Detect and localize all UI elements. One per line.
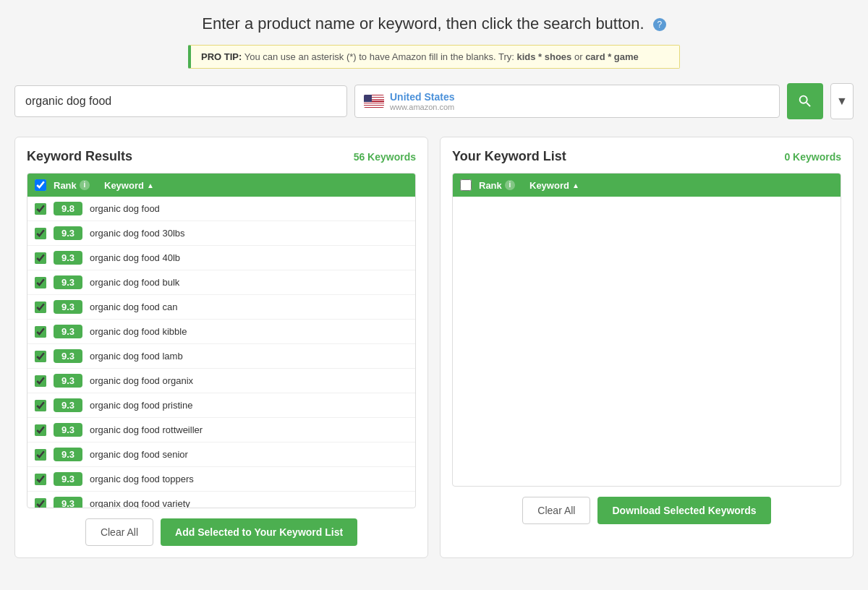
pro-tip-or: or	[574, 51, 585, 62]
row-checkbox[interactable]	[35, 498, 46, 508]
keyword-text: organic dog food rottweiller	[90, 424, 408, 435]
rank-badge: 9.3	[54, 374, 82, 388]
keyword-text: organic dog food kibble	[90, 326, 408, 337]
row-checkbox[interactable]	[35, 351, 46, 362]
left-keyword-list: 9.8 organic dog food 9.3 organic dog foo…	[27, 197, 415, 508]
rank-badge: 9.3	[54, 251, 82, 265]
pro-tip-example2: card * game	[585, 51, 639, 62]
keyword-text: organic dog food	[90, 203, 408, 214]
table-row: 9.3 organic dog food 30lbs	[27, 221, 415, 246]
right-panel-header: Your Keyword List 0 Keywords	[452, 149, 841, 164]
page-title: Enter a product name or keyword, then cl…	[14, 14, 854, 33]
keyword-results-panel: Keyword Results 56 Keywords Rank i Keywo…	[14, 137, 428, 558]
rank-badge: 9.3	[54, 497, 82, 508]
right-rank-header: Rank i	[479, 180, 522, 191]
pro-tip-banner: PRO TIP: You can use an asterisk (*) to …	[188, 45, 680, 69]
row-checkbox[interactable]	[35, 228, 46, 239]
left-panel-header: Keyword Results 56 Keywords	[27, 149, 416, 164]
keyword-text: organic dog food pristine	[90, 400, 408, 411]
pro-tip-text: You can use an asterisk (*) to have Amaz…	[244, 51, 517, 62]
keyword-text: organic dog food organix	[90, 375, 408, 386]
table-row: 9.3 organic dog food organix	[27, 369, 415, 393]
right-panel-title: Your Keyword List	[452, 149, 566, 164]
row-checkbox[interactable]	[35, 326, 46, 338]
keyword-text: organic dog food senior	[90, 449, 408, 460]
row-checkbox[interactable]	[35, 400, 46, 411]
keyword-text: organic dog food toppers	[90, 474, 408, 484]
right-keyword-sort-arrow[interactable]: ▲	[572, 181, 579, 189]
row-checkbox[interactable]	[35, 449, 46, 461]
rank-badge: 9.3	[54, 349, 82, 363]
keyword-text: organic dog food bulk	[90, 277, 408, 288]
left-rank-header: Rank i	[54, 180, 97, 191]
table-row: 9.3 organic dog food rottweiller	[27, 418, 415, 442]
right-table: Rank i Keyword ▲	[452, 173, 841, 487]
keyword-text: organic dog food can	[90, 302, 408, 312]
left-keyword-header: Keyword ▲	[104, 180, 408, 191]
rank-badge: 9.3	[54, 398, 82, 412]
country-url: www.amazon.com	[390, 103, 454, 111]
country-dropdown-arrow[interactable]: ▼	[830, 83, 854, 119]
search-input[interactable]	[14, 85, 347, 117]
keyword-list-panel: Your Keyword List 0 Keywords Rank i Keyw…	[440, 137, 854, 558]
left-panel-footer: Clear All Add Selected to Your Keyword L…	[27, 518, 416, 546]
right-select-all-checkbox[interactable]	[460, 179, 472, 191]
table-row: 9.3 organic dog food kibble	[27, 320, 415, 344]
add-selected-button[interactable]: Add Selected to Your Keyword List	[161, 518, 357, 546]
right-keyword-count: 0 Keywords	[784, 151, 841, 163]
left-panel-title: Keyword Results	[27, 149, 132, 164]
table-row: 9.3 organic dog food senior	[27, 442, 415, 467]
search-icon	[797, 93, 813, 109]
table-row: 9.3 organic dog food toppers	[27, 467, 415, 492]
left-clear-all-button[interactable]: Clear All	[85, 518, 153, 546]
keyword-text: organic dog food lamb	[90, 351, 408, 362]
help-icon[interactable]: ?	[653, 18, 666, 31]
row-checkbox[interactable]	[35, 424, 46, 436]
right-keyword-header: Keyword ▲	[529, 180, 833, 191]
rank-info-icon[interactable]: i	[80, 180, 90, 190]
country-selector[interactable]: United States www.amazon.com	[354, 85, 780, 118]
rank-badge: 9.3	[54, 226, 82, 240]
keyword-text: organic dog food 30lbs	[90, 228, 408, 239]
country-name: United States	[390, 91, 454, 103]
table-row: 9.3 organic dog food lamb	[27, 344, 415, 369]
pro-tip-example1: kids * shoes	[516, 51, 571, 62]
rank-badge: 9.3	[54, 423, 82, 437]
rank-badge: 9.3	[54, 300, 82, 314]
rank-badge: 9.3	[54, 472, 82, 486]
left-select-all-checkbox[interactable]	[35, 179, 46, 191]
left-table: Rank i Keyword ▲ 9.8 organic dog food 9.…	[27, 173, 416, 508]
rank-badge: 9.8	[54, 202, 82, 215]
flag-icon	[364, 95, 384, 108]
right-clear-all-button[interactable]: Clear All	[522, 497, 590, 524]
row-checkbox[interactable]	[35, 203, 46, 215]
rank-badge: 9.3	[54, 275, 82, 289]
right-table-header: Rank i Keyword ▲	[453, 174, 841, 197]
keyword-text: organic dog food 40lb	[90, 252, 408, 263]
keyword-sort-arrow[interactable]: ▲	[147, 181, 154, 189]
page-header: Enter a product name or keyword, then cl…	[14, 14, 854, 33]
row-checkbox[interactable]	[35, 375, 46, 387]
panels-container: Keyword Results 56 Keywords Rank i Keywo…	[14, 137, 854, 558]
download-selected-button[interactable]: Download Selected Keywords	[597, 497, 770, 524]
table-row: 9.3 organic dog food 40lb	[27, 246, 415, 270]
rank-badge: 9.3	[54, 325, 82, 338]
left-keyword-count: 56 Keywords	[354, 151, 416, 163]
table-row: 9.3 organic dog food pristine	[27, 393, 415, 418]
table-row: 9.3 organic dog food bulk	[27, 270, 415, 295]
right-rank-info-icon[interactable]: i	[505, 180, 515, 190]
rank-badge: 9.3	[54, 448, 82, 461]
row-checkbox[interactable]	[35, 252, 46, 264]
search-button[interactable]	[787, 83, 823, 119]
table-row: 9.3 organix dog food variety	[27, 492, 415, 508]
right-keyword-list	[453, 197, 841, 486]
table-row: 9.3 organic dog food can	[27, 295, 415, 320]
pro-tip-label: PRO TIP:	[201, 51, 242, 62]
row-checkbox[interactable]	[35, 474, 46, 485]
left-table-header: Rank i Keyword ▲	[27, 174, 415, 197]
table-row: 9.8 organic dog food	[27, 197, 415, 221]
row-checkbox[interactable]	[35, 302, 46, 313]
country-text: United States www.amazon.com	[390, 91, 454, 111]
search-bar: United States www.amazon.com ▼	[14, 83, 854, 119]
row-checkbox[interactable]	[35, 277, 46, 288]
